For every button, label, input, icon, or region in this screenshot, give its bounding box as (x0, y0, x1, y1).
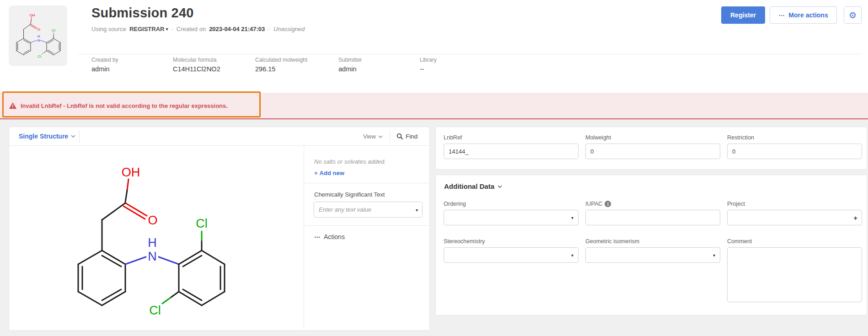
gear-icon: ⚙ (849, 10, 857, 21)
salts-empty-text: No salts or solvates added. (314, 158, 429, 165)
iupac-field: IUPAC i (585, 201, 720, 225)
ordering-field: Ordering ▾ (444, 201, 579, 225)
iupac-input[interactable] (585, 210, 720, 225)
atom-label-oh: OH (122, 165, 140, 179)
project-label: Project (727, 201, 745, 207)
dot-separator: · (268, 26, 270, 32)
additional-data-card: Additional Data Ordering ▾ IUPAC i Proje… (435, 175, 867, 315)
view-dropdown[interactable]: View (363, 127, 383, 146)
atom-label-h: H (148, 236, 157, 250)
atom-label-n: N (148, 250, 157, 263)
add-new-link[interactable]: + Add new (314, 170, 344, 176)
geometric-isomerism-field: Geometric isomerism ▾ (585, 238, 720, 263)
restriction-field: Restriction (727, 134, 862, 159)
more-actions-button[interactable]: ⋯ More actions (770, 6, 837, 24)
ordering-select[interactable]: ▾ (444, 210, 579, 225)
stereochemistry-field: Stereochemistry ▾ (444, 238, 579, 263)
molecule-structure: OH O H N Cl Cl (60, 135, 261, 323)
source-dropdown[interactable]: REGISTRAR▾ (129, 26, 168, 32)
meta-created-by: Created byadmin (91, 57, 118, 73)
lnbref-field: LnbRef (444, 134, 579, 159)
lnbref-label: LnbRef (444, 134, 462, 141)
submission-subtitle: Using source REGISTRAR▾ · Created on 202… (91, 26, 305, 32)
atom-label-cl-bottom: Cl (149, 304, 161, 317)
caret-down-icon: ▾ (166, 27, 168, 32)
register-button[interactable]: Register (721, 6, 765, 24)
project-field: Project + (727, 201, 862, 225)
iupac-label: IUPAC (585, 201, 602, 207)
add-project-icon[interactable]: + (853, 214, 857, 222)
validation-alert: Invalid LnbRef - LnbRef is not valid acc… (0, 93, 868, 119)
ellipsis-icon: ⋯ (778, 11, 785, 19)
stereochemistry-label: Stereochemistry (444, 238, 485, 245)
using-source-label: Using source (91, 26, 126, 32)
ordering-label: Ordering (444, 201, 466, 207)
header-divider (78, 54, 861, 54)
created-on-label: Created on (177, 26, 206, 32)
find-button[interactable]: Find (396, 127, 418, 146)
comment-label: Comment (727, 238, 752, 245)
chevron-down-icon (498, 185, 502, 188)
project-input[interactable] (727, 210, 862, 225)
divider (304, 225, 429, 226)
info-icon[interactable]: i (605, 201, 611, 207)
structure-card: Single Structure View Find (9, 127, 430, 331)
created-on-value: 2023-04-04 21:47:03 (209, 26, 265, 32)
search-icon (396, 133, 403, 140)
restriction-input[interactable] (727, 144, 862, 159)
cst-label: Chemically Significant Text (314, 191, 429, 198)
header-separator (390, 130, 390, 143)
ellipsis-icon: ⋯ (314, 234, 321, 240)
geometric-isomerism-select[interactable]: ▾ (585, 247, 720, 263)
page-title: Submission 240 (91, 5, 194, 21)
chevron-down-icon (378, 135, 383, 138)
plus-icon: + (314, 170, 318, 176)
divider (304, 183, 429, 183)
molweight-label: Molweight (585, 134, 611, 141)
submission-page: Submission 240 Using source REGISTRAR▾ ·… (0, 0, 868, 336)
molweight-field: Molweight (585, 134, 720, 159)
meta-submitter: Submitteradmin (338, 57, 362, 73)
warning-triangle-icon (9, 102, 16, 109)
meta-calculated-molweight: Calculated molweight296.15 (255, 57, 307, 73)
molweight-input[interactable] (585, 144, 720, 159)
dot-separator: · (171, 26, 173, 32)
meta-library: Library-- (420, 57, 437, 73)
lnbref-input[interactable] (444, 144, 579, 159)
meta-molecular-formula: Molecular formulaC14H11Cl2NO2 (173, 57, 220, 73)
atom-label-o: O (148, 213, 157, 227)
cst-input[interactable] (314, 202, 423, 218)
caret-down-icon: ▾ (571, 253, 573, 258)
registration-card: LnbRef Molweight Restriction (435, 127, 867, 170)
additional-data-header[interactable]: Additional Data (444, 182, 502, 190)
structure-thumbnail (9, 5, 67, 66)
caret-down-icon[interactable]: ▾ (416, 207, 418, 212)
comment-field: Comment (727, 238, 862, 304)
settings-button[interactable]: ⚙ (844, 6, 862, 24)
geometric-isomerism-label: Geometric isomerism (585, 238, 639, 245)
salts-panel: No salts or solvates added. + Add new Ch… (304, 146, 429, 330)
actions-menu[interactable]: ⋯ Actions (314, 233, 429, 240)
alert-message: Invalid LnbRef - LnbRef is not valid acc… (21, 102, 228, 109)
structure-thumbnail-image (12, 9, 64, 63)
atom-label-cl-top: Cl (196, 217, 208, 230)
comment-textarea[interactable] (727, 247, 862, 302)
caret-down-icon: ▾ (713, 253, 715, 258)
stereochemistry-select[interactable]: ▾ (444, 247, 579, 263)
assignment-status: Unassigned (273, 26, 305, 32)
restriction-label: Restriction (727, 134, 754, 141)
caret-down-icon: ▾ (571, 215, 573, 220)
